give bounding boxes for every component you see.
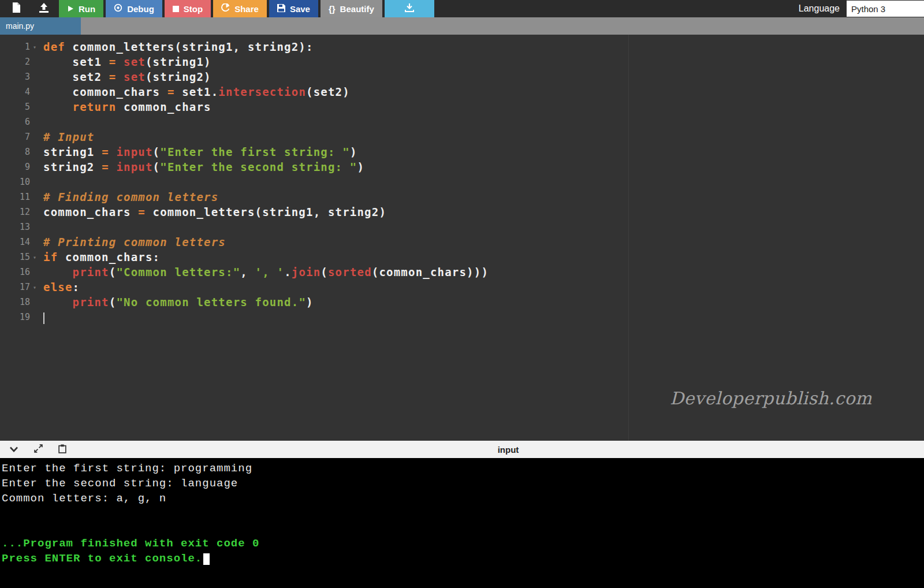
line-gutter[interactable]: 9 [0, 162, 39, 172]
code-lines: 1▾def common_letters(string1, string2):2… [0, 39, 924, 325]
code-line-text: return common_chars [43, 99, 211, 114]
code-line-text: # Printing common letters [43, 235, 226, 250]
stop-label: Stop [184, 4, 203, 14]
line-number: 18 [20, 297, 30, 307]
line-gutter[interactable]: 16 [0, 267, 39, 277]
line-gutter[interactable]: 13 [0, 222, 39, 232]
code-line: 18 print("No common letters found.") [0, 295, 924, 310]
line-number: 9 [25, 162, 30, 172]
line-gutter[interactable]: 6 [0, 117, 39, 127]
line-gutter[interactable]: 15▾ [0, 252, 39, 262]
save-button[interactable]: Save [269, 0, 318, 17]
code-line: 4 common_chars = set1.intersection(set2) [0, 84, 924, 99]
code-line-text: set1 = set(string1) [43, 54, 211, 69]
download-icon [405, 3, 414, 14]
line-gutter[interactable]: 8 [0, 147, 39, 157]
new-file-button[interactable] [3, 0, 29, 17]
console-title: input [498, 445, 519, 455]
line-gutter[interactable]: 7 [0, 132, 39, 142]
debug-target-icon [114, 3, 122, 14]
debug-label: Debug [127, 4, 154, 14]
line-number: 2 [25, 57, 30, 67]
toolbar-spacer [437, 0, 796, 17]
line-gutter[interactable]: 19 [0, 312, 39, 322]
code-line: 16 print("Common letters:", ', '.join(so… [0, 265, 924, 280]
stop-icon [173, 4, 179, 14]
line-gutter[interactable]: 14 [0, 237, 39, 247]
language-select[interactable]: Python 3 [847, 1, 924, 17]
line-gutter[interactable]: 5 [0, 102, 39, 112]
upload-icon [38, 3, 50, 15]
line-number: 19 [20, 312, 30, 322]
line-gutter[interactable]: 12 [0, 207, 39, 217]
fold-toggle-icon[interactable]: ▾ [30, 44, 39, 50]
debug-button[interactable]: Debug [106, 0, 162, 17]
share-button[interactable]: Share [213, 0, 267, 17]
code-line: 15▾if common_chars: [0, 250, 924, 265]
language-label: Language [799, 3, 840, 14]
console-line: Common letters: a, g, n [2, 491, 924, 506]
line-number: 13 [20, 222, 30, 232]
console-line: Press ENTER to exit console. [2, 551, 924, 566]
line-number: 8 [25, 147, 30, 157]
tab-label: main.py [6, 21, 34, 31]
toolbar: Run Debug Stop Share Save {} Beautify La… [0, 0, 924, 17]
code-line-text: print("No common letters found.") [43, 295, 314, 310]
code-line: 6 [0, 114, 924, 129]
code-line: 3 set2 = set(string2) [0, 69, 924, 84]
console-line [2, 521, 924, 536]
code-line-text [43, 310, 44, 325]
code-line-text: common_chars = set1.intersection(set2) [43, 84, 350, 99]
run-button[interactable]: Run [59, 0, 103, 17]
expand-arrows-icon [34, 444, 43, 455]
code-line: 1▾def common_letters(string1, string2): [0, 39, 924, 54]
line-gutter[interactable]: 2 [0, 57, 39, 67]
upload-button[interactable] [31, 0, 57, 17]
floppy-icon [277, 4, 285, 14]
console-output[interactable]: Enter the first string: programmingEnter… [0, 458, 924, 588]
line-gutter[interactable]: 17▾ [0, 282, 39, 292]
line-number: 6 [25, 117, 30, 127]
code-line-text: set2 = set(string2) [43, 69, 211, 84]
fold-toggle-icon[interactable]: ▾ [30, 254, 39, 260]
download-button[interactable] [385, 0, 434, 17]
line-gutter[interactable]: 1▾ [0, 42, 39, 52]
braces-icon: {} [329, 4, 336, 14]
expand-console-button[interactable] [30, 441, 46, 457]
tab-bar: main.py [0, 17, 924, 35]
line-gutter[interactable]: 18 [0, 297, 39, 307]
line-number: 15 [20, 252, 30, 262]
line-number: 7 [25, 132, 30, 142]
fold-toggle-icon[interactable]: ▾ [30, 284, 39, 291]
collapse-console-button[interactable] [6, 441, 22, 457]
line-gutter[interactable]: 4 [0, 87, 39, 97]
file-icon [12, 2, 21, 15]
code-line: 19 [0, 310, 924, 325]
play-icon [67, 4, 74, 14]
beautify-button[interactable]: {} Beautify [321, 0, 382, 17]
code-editor[interactable]: 1▾def common_letters(string1, string2):2… [0, 35, 924, 441]
save-label: Save [290, 4, 310, 14]
console-header: input [0, 441, 924, 458]
code-line-text: print("Common letters:", ', '.join(sorte… [43, 265, 489, 280]
line-gutter[interactable]: 11 [0, 192, 39, 202]
console-cursor [203, 553, 210, 565]
code-line: 12common_chars = common_letters(string1,… [0, 204, 924, 219]
share-icon [221, 3, 230, 14]
line-gutter[interactable]: 3 [0, 72, 39, 82]
language-value: Python 3 [851, 4, 885, 14]
tab-main-py[interactable]: main.py [0, 17, 81, 35]
line-number: 11 [20, 192, 30, 202]
line-number: 12 [20, 207, 30, 217]
stop-button[interactable]: Stop [165, 0, 211, 17]
clipboard-button[interactable] [54, 441, 70, 457]
line-number: 10 [20, 177, 30, 187]
line-gutter[interactable]: 10 [0, 177, 39, 187]
chevron-down-icon [9, 445, 18, 454]
code-line: 17▾else: [0, 280, 924, 295]
watermark: Developerpublish.com [670, 388, 872, 408]
code-line-text: string1 = input("Enter the first string:… [43, 144, 357, 159]
code-line-text: # Input [43, 129, 94, 144]
console-line [2, 506, 924, 521]
line-number: 16 [20, 267, 30, 277]
